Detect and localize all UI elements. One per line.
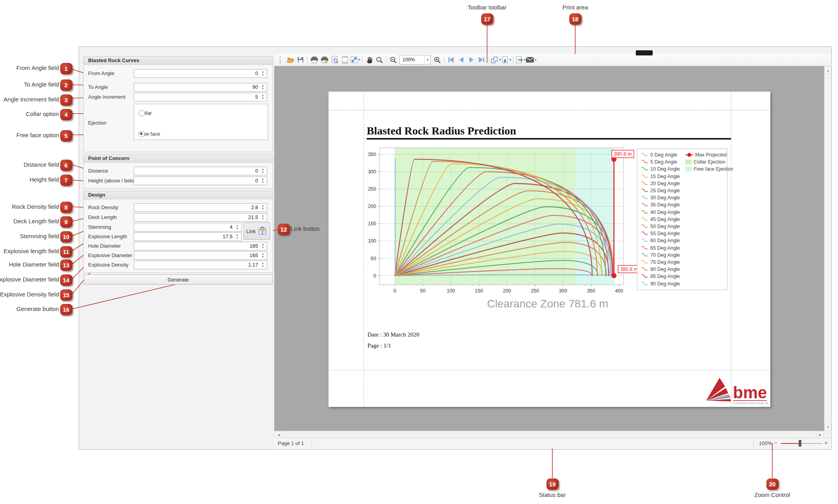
callout-badge-3: 3	[60, 94, 72, 106]
field-label: To Angle	[88, 83, 108, 92]
field-deck-length[interactable]: 21.5▲▼	[134, 213, 267, 222]
scroll-left-button[interactable]: ◀	[275, 431, 282, 438]
field-to-angle[interactable]: 90▲▼	[134, 83, 267, 92]
callout-label-9: Deck Length field	[13, 218, 59, 224]
spinner-buttons[interactable]: ▲▼	[260, 204, 266, 211]
callout-label-16: Generate button	[17, 305, 59, 312]
open-file-button[interactable]	[285, 55, 295, 65]
tick-label-x: 50	[420, 288, 426, 294]
callout-label-14: Explosive Diameter field	[0, 276, 59, 283]
group-header: Blasted Rock Curves	[84, 57, 273, 65]
field-from-angle[interactable]: 0▲▼	[134, 69, 267, 78]
zoom-slider-thumb[interactable]	[799, 440, 801, 447]
spinner-buttons[interactable]: ▲▼	[260, 214, 266, 221]
field-label: Explosive Density	[88, 261, 129, 269]
legend-item: 80 Deg Angle	[641, 267, 680, 272]
generate-button[interactable]: Generate	[84, 274, 273, 285]
field-angle-increment[interactable]: 5▲▼	[134, 93, 267, 101]
callout-badge-12: 12	[278, 224, 290, 235]
link-button[interactable]: Link	[244, 223, 270, 240]
field-hole-diameter[interactable]: 165▲▼	[134, 242, 267, 250]
scroll-right-button[interactable]: ▶	[817, 431, 824, 438]
horizontal-scrollbar[interactable]	[274, 431, 824, 438]
callout-badge-17: 17	[481, 13, 493, 25]
tick-label-x: 300	[559, 288, 567, 294]
legend-item: 10 Deg Angle	[641, 166, 680, 172]
field-height-above-below-[interactable]: 0▲▼	[134, 177, 267, 185]
curve-icon	[641, 267, 648, 272]
scroll-up-button[interactable]: ▲	[825, 67, 831, 74]
vertical-scrollbar[interactable]	[824, 66, 831, 431]
field-explosive-diameter[interactable]: 165▲▼	[134, 251, 267, 260]
callout-badge-19: 19	[546, 478, 559, 490]
tick-label-x: 100	[447, 288, 455, 294]
zoom-select-button[interactable]	[374, 55, 384, 65]
export-button[interactable]: ▾	[515, 55, 526, 65]
field-explosive-length[interactable]: 17.5▲▼	[134, 232, 242, 241]
scale-icon	[350, 56, 358, 64]
radio-circle[interactable]	[138, 110, 145, 116]
spinner-buttons[interactable]: ▲▼	[260, 70, 266, 77]
field-rock-density[interactable]: 2.8▲▼	[134, 203, 267, 212]
field-stemming[interactable]: 4▲▼	[134, 223, 242, 232]
tick-label-y: 300	[368, 169, 376, 175]
window-top-mark	[636, 50, 653, 55]
radio-circle[interactable]	[138, 131, 145, 137]
print-preview-area[interactable]: Blasted Rock Radius Prediction 050100150…	[274, 66, 824, 431]
legend-item: 20 Deg Angle	[641, 181, 680, 186]
field-explosive-density[interactable]: 1.17▲▼	[134, 261, 267, 269]
print-button[interactable]	[309, 55, 319, 65]
zoom-out-icon	[389, 56, 397, 64]
scroll-down-button[interactable]: ▼	[825, 424, 831, 431]
zoom-out-button[interactable]	[388, 55, 398, 65]
spinner-buttons[interactable]: ▲▼	[260, 261, 266, 269]
page-setup-button[interactable]	[340, 55, 350, 65]
screenshot-stage: ▾100%▾▾▾▾▾ Blasted Rock Radius Predictio…	[0, 0, 838, 504]
watermark-button[interactable]: ▾	[501, 55, 511, 65]
field-distance[interactable]: 0▲▼	[134, 167, 267, 175]
save-button[interactable]	[295, 55, 306, 65]
chevron-down-icon[interactable]: ▾	[535, 58, 537, 62]
spinner-buttons[interactable]: ▲▼	[260, 243, 266, 250]
zoom-slider[interactable]: − +	[774, 438, 831, 449]
radio-free-face[interactable]: Free face	[138, 131, 160, 137]
chevron-down-icon[interactable]: ▾	[509, 58, 511, 62]
scale-button[interactable]: ▾	[350, 55, 360, 65]
spinner-buttons[interactable]: ▲▼	[260, 167, 266, 175]
field-value: 4	[230, 223, 233, 231]
spinner-buttons[interactable]: ▲▼	[260, 252, 266, 259]
zoom-in-button[interactable]	[432, 55, 442, 65]
print-preview-button[interactable]	[330, 55, 340, 65]
curve-icon	[641, 217, 648, 222]
legend-label: Max Projected	[695, 152, 727, 158]
trajectory-chart: 0501001502002503003504000501001502002503…	[368, 146, 635, 304]
field-value: 21.5	[248, 213, 258, 221]
next-page-button[interactable]	[466, 55, 476, 65]
legend-label: 70 Deg Angle	[650, 252, 680, 258]
last-page-button[interactable]	[476, 55, 487, 65]
curve-icon	[641, 231, 648, 236]
spinner-buttons[interactable]: ▲▼	[260, 84, 266, 91]
quick-print-button[interactable]	[319, 55, 330, 65]
prev-page-button[interactable]	[456, 55, 466, 65]
page-setup-icon	[341, 55, 349, 64]
spinner-buttons[interactable]: ▲▼	[234, 224, 240, 231]
legend-label: 80 Deg Angle	[650, 267, 680, 272]
legend-label: Free face Ejection	[694, 166, 733, 172]
radio-collar[interactable]: Collar	[138, 110, 152, 116]
email-button[interactable]: ▾	[526, 55, 537, 65]
zoom-out-minus[interactable]: −	[774, 440, 777, 447]
first-page-button[interactable]	[446, 55, 456, 65]
report-page: Blasted Rock Radius Prediction 050100150…	[329, 92, 770, 407]
chevron-down-icon[interactable]: ▾	[358, 58, 360, 62]
zoom-combo[interactable]: 100%▾	[399, 55, 431, 64]
spinner-buttons[interactable]: ▲▼	[234, 233, 240, 240]
hand-tool-button[interactable]	[364, 55, 374, 65]
legend-label: 40 Deg Angle	[650, 210, 680, 215]
spinner-buttons[interactable]: ▲▼	[260, 177, 266, 184]
spinner-buttons[interactable]: ▲▼	[260, 94, 266, 101]
link-icon	[257, 226, 268, 236]
multi-page-button[interactable]: ▾	[490, 55, 501, 65]
zoom-in-plus[interactable]: +	[824, 440, 828, 447]
chevron-down-icon[interactable]: ▾	[424, 55, 430, 64]
